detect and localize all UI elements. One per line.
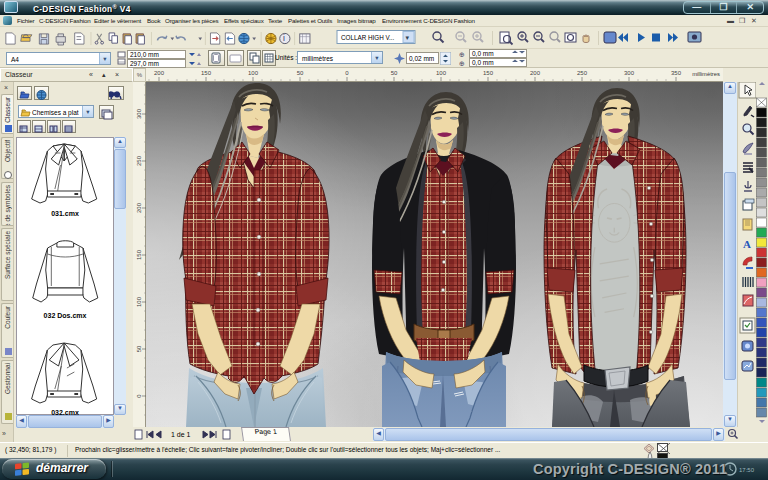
svg-text:200: 200 (154, 70, 165, 76)
svg-text:50: 50 (297, 70, 304, 76)
svg-text:300: 300 (624, 70, 635, 76)
svg-text:⊕: ⊕ (459, 60, 465, 67)
svg-text:250: 250 (577, 70, 588, 76)
svg-text:0: 0 (136, 394, 142, 398)
svg-text:COLLAR HIGH V...: COLLAR HIGH V... (341, 34, 395, 41)
svg-text:i: i (283, 33, 285, 43)
svg-text:100: 100 (136, 296, 142, 307)
svg-text:150: 150 (483, 70, 494, 76)
svg-text:100: 100 (436, 70, 447, 76)
svg-text:0: 0 (345, 70, 349, 76)
svg-text:100: 100 (248, 70, 259, 76)
svg-text:millimètres: millimètres (692, 71, 720, 77)
svg-text:A: A (743, 238, 751, 250)
svg-text:50: 50 (391, 70, 398, 76)
svg-text:200: 200 (530, 70, 541, 76)
svg-text:200: 200 (136, 202, 142, 213)
svg-text:150: 150 (201, 70, 212, 76)
svg-text:⊕: ⊕ (459, 51, 465, 58)
svg-text:350: 350 (671, 70, 682, 76)
svg-text:50: 50 (136, 345, 142, 352)
svg-text:250: 250 (136, 155, 142, 166)
svg-text:17:50: 17:50 (739, 467, 755, 473)
svg-text:▾: ▾ (406, 34, 410, 41)
svg-text:300: 300 (136, 108, 142, 119)
svg-text:150: 150 (136, 249, 142, 260)
